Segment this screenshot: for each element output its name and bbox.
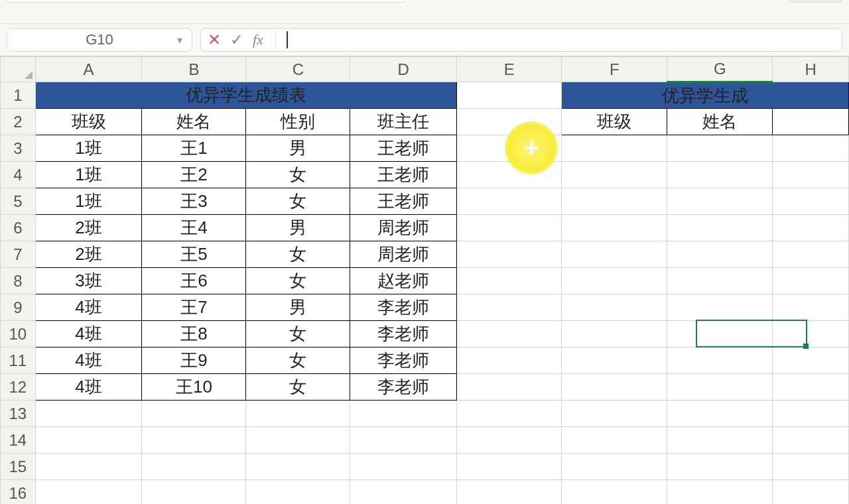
- cell-F10[interactable]: [562, 321, 667, 347]
- cell-D6[interactable]: 周老师: [350, 215, 457, 241]
- cell-A1[interactable]: 优异学生成绩表: [35, 82, 457, 109]
- sheet-table[interactable]: A B C D E F G H 1优异学生成绩表优异学生成2班级姓名性别班主任班…: [0, 56, 849, 504]
- cell-C15[interactable]: [246, 454, 350, 480]
- cell-B14[interactable]: [142, 427, 246, 454]
- row-header-13[interactable]: 13: [1, 401, 36, 427]
- cell-E16[interactable]: [457, 480, 562, 505]
- chevron-down-icon[interactable]: ▾: [177, 34, 182, 46]
- col-header-B[interactable]: B: [142, 57, 246, 82]
- cell-E5[interactable]: [457, 188, 562, 215]
- cell-A12[interactable]: 4班: [35, 374, 142, 401]
- accept-icon[interactable]: ✓: [230, 31, 243, 49]
- row-header-12[interactable]: 12: [1, 374, 36, 401]
- cell-D4[interactable]: 王老师: [350, 162, 457, 188]
- row-header-4[interactable]: 4: [1, 162, 36, 188]
- cell-B11[interactable]: 王9: [142, 347, 246, 374]
- cell-H7[interactable]: [773, 241, 849, 268]
- cell-C13[interactable]: [246, 401, 350, 427]
- cell-E3[interactable]: [457, 135, 562, 162]
- cell-G10[interactable]: [667, 321, 773, 347]
- cell-G6[interactable]: [667, 215, 773, 241]
- cell-A4[interactable]: 1班: [35, 162, 142, 188]
- cell-A2[interactable]: 班级: [35, 109, 142, 135]
- cell-E1[interactable]: [457, 82, 562, 109]
- cell-E11[interactable]: [457, 347, 562, 374]
- cell-C4[interactable]: 女: [246, 162, 350, 188]
- col-header-E[interactable]: E: [457, 57, 562, 82]
- cell-F16[interactable]: [562, 480, 667, 505]
- cell-C11[interactable]: 女: [246, 347, 350, 374]
- cell-E8[interactable]: [457, 268, 562, 294]
- cell-F15[interactable]: [562, 454, 667, 480]
- cell-A6[interactable]: 2班: [35, 215, 142, 241]
- cell-A15[interactable]: [35, 454, 142, 480]
- cell-H8[interactable]: [773, 268, 849, 294]
- cell-D14[interactable]: [350, 427, 457, 454]
- cell-G13[interactable]: [667, 401, 773, 427]
- cell-E4[interactable]: [457, 162, 562, 188]
- cell-G9[interactable]: [667, 294, 773, 321]
- cell-B10[interactable]: 王8: [142, 321, 246, 347]
- cell-A9[interactable]: 4班: [35, 294, 142, 321]
- cell-A3[interactable]: 1班: [35, 135, 142, 162]
- cell-D13[interactable]: [350, 401, 457, 427]
- cell-G8[interactable]: [667, 268, 773, 294]
- cell-D16[interactable]: [350, 480, 457, 505]
- cell-G4[interactable]: [667, 162, 773, 188]
- cell-A10[interactable]: 4班: [35, 321, 142, 347]
- cell-F12[interactable]: [562, 374, 667, 401]
- cell-C3[interactable]: 男: [246, 135, 350, 162]
- cell-F14[interactable]: [562, 427, 667, 454]
- cell-C2[interactable]: 性别: [246, 109, 350, 135]
- cell-B2[interactable]: 姓名: [142, 109, 246, 135]
- cell-A16[interactable]: [35, 480, 142, 505]
- row-header-1[interactable]: 1: [1, 82, 36, 109]
- cell-F6[interactable]: [562, 215, 667, 241]
- cell-D7[interactable]: 周老师: [350, 241, 457, 268]
- cell-B6[interactable]: 王4: [142, 215, 246, 241]
- cell-E12[interactable]: [457, 374, 562, 401]
- select-all-corner[interactable]: [1, 57, 36, 82]
- cell-D3[interactable]: 王老师: [350, 135, 457, 162]
- cell-H15[interactable]: [773, 454, 849, 480]
- cell-D5[interactable]: 王老师: [350, 188, 457, 215]
- cell-E2[interactable]: [457, 109, 562, 135]
- cell-H5[interactable]: [773, 188, 849, 215]
- cell-E15[interactable]: [457, 454, 562, 480]
- row-header-7[interactable]: 7: [1, 241, 36, 268]
- cell-C16[interactable]: [246, 480, 350, 505]
- cell-B8[interactable]: 王6: [142, 268, 246, 294]
- cell-B3[interactable]: 王1: [142, 135, 246, 162]
- cell-E6[interactable]: [457, 215, 562, 241]
- cell-D15[interactable]: [350, 454, 457, 480]
- cell-F9[interactable]: [562, 294, 667, 321]
- row-header-3[interactable]: 3: [1, 135, 36, 162]
- cell-B12[interactable]: 王10: [142, 374, 246, 401]
- cell-B9[interactable]: 王7: [142, 294, 246, 321]
- cell-F1[interactable]: 优异学生成: [562, 82, 849, 109]
- cell-H12[interactable]: [773, 374, 849, 401]
- name-box[interactable]: G10 ▾: [7, 28, 192, 52]
- cell-B4[interactable]: 王2: [142, 162, 246, 188]
- cell-C9[interactable]: 男: [246, 294, 350, 321]
- cell-G5[interactable]: [667, 188, 773, 215]
- row-header-11[interactable]: 11: [1, 347, 36, 374]
- cell-H10[interactable]: [773, 321, 849, 347]
- cell-E9[interactable]: [457, 294, 562, 321]
- row-header-6[interactable]: 6: [1, 215, 36, 241]
- row-header-2[interactable]: 2: [1, 109, 36, 135]
- cell-B16[interactable]: [142, 480, 246, 505]
- col-header-D[interactable]: D: [350, 57, 457, 82]
- cell-B5[interactable]: 王3: [142, 188, 246, 215]
- row-header-9[interactable]: 9: [1, 294, 36, 321]
- cell-F7[interactable]: [562, 241, 667, 268]
- cell-C5[interactable]: 女: [246, 188, 350, 215]
- cell-G12[interactable]: [667, 374, 773, 401]
- cell-F8[interactable]: [562, 268, 667, 294]
- row-header-8[interactable]: 8: [1, 268, 36, 294]
- cell-D2[interactable]: 班主任: [350, 109, 457, 135]
- row-header-5[interactable]: 5: [1, 188, 36, 215]
- spreadsheet-grid[interactable]: A B C D E F G H 1优异学生成绩表优异学生成2班级姓名性别班主任班…: [0, 56, 849, 504]
- cell-H9[interactable]: [773, 294, 849, 321]
- cell-E13[interactable]: [457, 401, 562, 427]
